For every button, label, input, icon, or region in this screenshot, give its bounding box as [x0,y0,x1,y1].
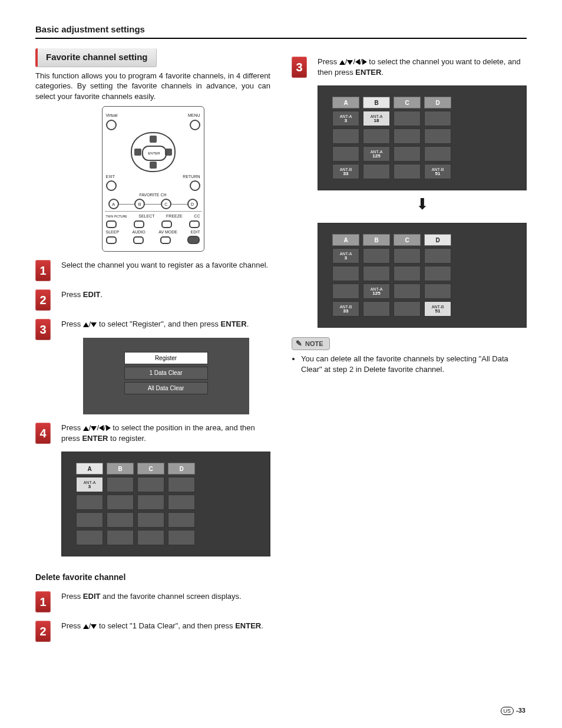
arrow-up-icon [339,60,345,65]
grid-cell [394,146,421,162]
arrow-up-icon [83,322,89,327]
grid-header-d: D [424,234,451,246]
step-1-text: Select the channel you want to register … [61,260,270,281]
grid-cell [424,284,451,299]
arrow-down-icon [91,624,97,629]
grid-cell [394,284,421,299]
grid-cell: ANT-B51 [424,301,451,317]
grid-cell: ANT-A125 [363,284,390,299]
step-4-text: Press /// to select the position in the … [61,423,270,556]
left-column: Favorite channel setting This function a… [35,48,270,642]
grid-header-b: B [107,463,134,475]
remote-label-edit: EDIT [191,229,200,235]
remote-label-avmode: AV MODE [158,229,177,235]
nav-down-icon [150,162,157,169]
remote-btn-exit [106,180,117,191]
grid-header-c: C [394,97,421,108]
arrow-down-icon [347,60,353,65]
grid-cell [332,284,359,299]
remote-label-freeze: FREEZE [166,213,183,219]
page-footer: US -33 [501,706,525,715]
delete-step-1-text: Press EDIT and the favorite channel scre… [61,591,270,612]
channel-grid-step4: A B C D ANT-A3 [61,452,270,556]
note-icon: ✎ [296,338,302,349]
grid-cell: ANT-B51 [424,164,451,179]
arrow-left-icon [99,425,104,431]
grid-cell [394,129,421,144]
remote-btn-return [190,180,200,191]
remote-btn-menu [190,120,200,130]
down-arrow-icon: ⬇ [318,194,527,215]
arrow-down-icon [91,426,97,431]
note-text: You can delete all the favorite channels… [301,354,527,374]
menu-register: Register [124,352,208,365]
grid-header-a: A [332,97,359,108]
grid-cell [168,495,195,510]
grid-cell: ANT-A3 [332,248,359,263]
channel-grid-after: A B C D ANT-A3 [318,223,527,328]
delete-step-2-text: Press / to select "1 Data Clear", and th… [61,621,270,642]
step-2: 2 Press EDIT. [35,289,270,311]
grid-cell [424,248,451,263]
manual-page: Basic adjustment settings Favorite chann… [0,0,562,728]
right-column: 3 Press /// to select the channel you wa… [292,48,527,642]
remote-btn-cc [189,220,200,228]
step-badge-2: 2 [35,289,51,311]
remote-label-cc: CC [194,213,200,219]
region-badge: US [501,707,514,715]
menu-all-data-clear: All Data Clear [124,382,208,395]
grid-cell [137,512,164,528]
grid-header-b: B [363,234,390,246]
grid-cell [137,495,164,510]
delete-step-3: 3 Press /// to select the channel you wa… [292,57,527,328]
grid-cell [363,248,390,263]
grid-cell [394,248,421,263]
step-badge-3: 3 [35,319,51,340]
grid-cell [168,477,195,492]
step-3-text: Press / to select "Register", and then p… [61,319,270,414]
grid-cell [394,111,421,126]
grid-header-d: D [424,97,451,108]
remote-fav-a: A [108,199,119,209]
register-menu-panel: Register 1 Data Clear All Data Clear [83,338,249,415]
remote-label-sleep: SLEEP [106,229,120,235]
delete-step-2: 2 Press / to select "1 Data Clear", and … [35,621,270,642]
note-label: NOTE [305,340,323,348]
step-badge-d1: 1 [35,591,51,612]
remote-btn-freeze [161,220,172,228]
grid-cell [332,146,359,162]
grid-header-c: C [394,234,421,246]
grid-cell [107,530,134,545]
remote-illustration: Virtual MENU ENTER EXIT RETURN [102,106,204,252]
arrow-up-icon [83,426,89,431]
remote-nav-pad: ENTER [131,132,176,172]
remote-label-return: RETURN [183,174,200,179]
remote-label-exit: EXIT [106,174,115,179]
grid-cell [424,266,451,281]
delete-step-1: 1 Press EDIT and the favorite channel sc… [35,591,270,612]
grid-cell [363,164,390,179]
arrow-right-icon [362,59,367,65]
grid-cell [424,111,451,126]
grid-cell [424,129,451,144]
grid-cell [363,301,390,317]
grid-cell: ANT-A3 [332,111,359,126]
grid-header-a: A [332,234,359,246]
delete-heading: Delete favorite channel [35,572,270,583]
remote-fav-b: B [134,199,145,209]
nav-up-icon [150,136,157,143]
grid-cell: ANT-A18 [363,111,390,126]
step-4: 4 Press /// to select the position in th… [35,423,270,556]
grid-cell: ANT-B33 [332,301,359,317]
grid-cell [394,164,421,179]
grid-cell [107,495,134,510]
step-badge-4: 4 [35,423,51,444]
grid-cell [107,477,134,492]
remote-btn-edit [187,236,200,244]
remote-enter-button: ENTER [142,146,167,161]
grid-cell [394,301,421,317]
menu-1-data-clear: 1 Data Clear [124,367,208,380]
page-section-title: Basic adjustment settings [35,24,527,35]
note-chip: ✎ NOTE [292,337,330,350]
arrow-up-icon [83,624,89,629]
